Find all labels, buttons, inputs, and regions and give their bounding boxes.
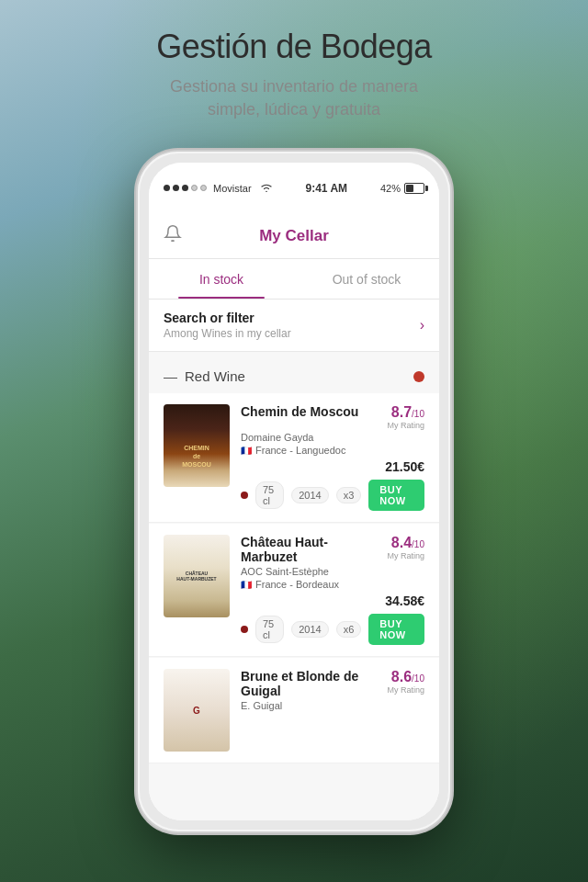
country-region-2: France - Bordeaux: [255, 579, 339, 590]
wine-label-marbuzet: CHÂTEAUHAUT-MARBUZET: [164, 535, 230, 617]
wine-color-dot-2: [241, 626, 248, 633]
battery-icon: [404, 183, 424, 194]
wine-meta-row: 75 cl 2014 x3 BUY NOW: [241, 480, 424, 511]
wine-price-row: 21.50€: [241, 459, 424, 474]
wine-producer-2: AOC Saint-Estèphe: [241, 566, 424, 577]
status-right: 42%: [380, 183, 424, 194]
signal-dot-4: [191, 185, 198, 191]
wine-card-moscou: CHEMINdeMOSCOU Chemin de Moscou 8.7/10 M…: [149, 393, 439, 523]
wine-volume: 75 cl: [255, 481, 284, 509]
rating-label-3: My Rating: [387, 685, 424, 695]
tab-in-stock[interactable]: In stock: [149, 259, 294, 299]
battery-fill: [406, 185, 413, 192]
section-title: — Red Wine: [164, 368, 245, 384]
rating-label-2: My Rating: [387, 551, 424, 560]
rating-denom: /10: [412, 409, 424, 419]
wine-card-guigal: G Brune et Blonde de Guigal 8.6/10 My Ra…: [149, 658, 439, 763]
rating-value-2: 8.4: [391, 535, 412, 550]
section-red-wine: — Red Wine: [149, 359, 439, 393]
marbuzet-label-content: CHÂTEAUHAUT-MARBUZET: [173, 535, 220, 617]
section-name: Red Wine: [185, 368, 245, 384]
wine-producer: Domaine Gayda: [241, 432, 424, 443]
wine-rating: 8.7/10 My Rating: [387, 404, 424, 430]
status-left: Movistar: [164, 183, 273, 194]
search-subtitle: Among Wines in my cellar: [164, 327, 291, 340]
wine-price: 21.50€: [385, 459, 424, 474]
rating-value: 8.7: [391, 404, 412, 420]
search-text: Search or filter Among Wines in my cella…: [164, 311, 291, 340]
nav-bar: My Cellar: [149, 213, 439, 259]
wine-meta-row-2: 75 cl 2014 x6 BUY NOW: [241, 614, 424, 645]
buy-now-button-marbuzet[interactable]: BUY NOW: [368, 614, 424, 645]
carrier-label: Movistar: [213, 183, 252, 194]
content-area: Search or filter Among Wines in my cella…: [149, 300, 439, 820]
tabs-bar: In stock Out of stock: [149, 259, 439, 300]
rating-denom-3: /10: [412, 673, 424, 684]
wine-label-moscou: CHEMINdeMOSCOU: [164, 404, 230, 487]
bell-icon[interactable]: [164, 224, 182, 247]
wine-info-moscou: Chemin de Moscou 8.7/10 My Rating Domain…: [241, 404, 424, 511]
moscou-label-text: CHEMINdeMOSCOU: [164, 444, 230, 469]
wine-name-3: Brune et Blonde de Guigal: [241, 669, 387, 698]
status-bar: Movistar 9:41 AM 42%: [149, 163, 439, 213]
app-title: Gestión de Bodega: [0, 28, 588, 66]
flag-icon-2: 🇫🇷: [241, 580, 252, 590]
wine-name-2: Château Haut-Marbuzet: [241, 535, 387, 564]
wine-name-row: Chemin de Moscou 8.7/10 My Rating: [241, 404, 424, 430]
wine-color-dot: [241, 492, 248, 499]
wine-vintage-2: 2014: [291, 621, 328, 638]
wine-bottles-2: x6: [336, 621, 362, 638]
wine-price-row-2: 34.58€: [241, 594, 424, 608]
signal-dot-2: [173, 185, 179, 191]
rating-label: My Rating: [387, 421, 424, 430]
nav-title: My Cellar: [259, 227, 329, 245]
red-wine-dot: [413, 371, 424, 382]
phone-screen: Movistar 9:41 AM 42%: [149, 163, 439, 820]
battery-pct-label: 42%: [380, 183, 401, 194]
wine-bottles: x3: [336, 487, 362, 503]
search-chevron-icon: ›: [420, 317, 424, 334]
wine-rating-2: 8.4/10 My Rating: [387, 535, 424, 560]
wine-producer-3: E. Guigal: [241, 700, 424, 711]
wine-label-guigal: G: [164, 669, 230, 752]
wine-name: Chemin de Moscou: [241, 404, 387, 419]
wine-price-2: 34.58€: [385, 594, 424, 608]
app-subtitle: Gestiona su inventario de manerasimple, …: [0, 75, 588, 121]
search-title: Search or filter: [164, 311, 291, 325]
rating-value-3: 8.6: [391, 669, 412, 684]
wine-name-row-2: Château Haut-Marbuzet 8.4/10 My Rating: [241, 535, 424, 564]
wine-region-2: 🇫🇷 France - Bordeaux: [241, 579, 424, 590]
tab-out-of-stock[interactable]: Out of stock: [294, 259, 439, 299]
status-time: 9:41 AM: [305, 182, 347, 195]
wine-card-marbuzet: CHÂTEAUHAUT-MARBUZET Château Haut-Marbuz…: [149, 524, 439, 657]
wine-name-row-3: Brune et Blonde de Guigal 8.6/10 My Rati…: [241, 669, 424, 698]
wifi-icon: [260, 183, 273, 194]
wine-info-marbuzet: Château Haut-Marbuzet 8.4/10 My Rating A…: [241, 535, 424, 645]
wine-region: 🇫🇷 France - Languedoc: [241, 445, 424, 456]
country-region: France - Languedoc: [255, 445, 345, 456]
wine-info-guigal: Brune et Blonde de Guigal 8.6/10 My Rati…: [241, 669, 424, 713]
signal-dot-3: [182, 185, 188, 191]
signal-dot-1: [164, 185, 170, 191]
buy-now-button-moscou[interactable]: BUY NOW: [368, 480, 424, 511]
search-filter-row[interactable]: Search or filter Among Wines in my cella…: [149, 300, 439, 352]
rating-denom-2: /10: [412, 539, 424, 549]
wine-vintage: 2014: [291, 487, 328, 503]
phone-frame: Movistar 9:41 AM 42%: [138, 152, 450, 831]
flag-icon: 🇫🇷: [241, 446, 252, 456]
marbuzet-label-name: CHÂTEAUHAUT-MARBUZET: [176, 571, 216, 582]
wine-volume-2: 75 cl: [255, 616, 284, 643]
header-section: Gestión de Bodega Gestiona su inventario…: [0, 28, 588, 121]
signal-dot-5: [200, 185, 207, 191]
wine-rating-3: 8.6/10 My Rating: [387, 669, 424, 695]
